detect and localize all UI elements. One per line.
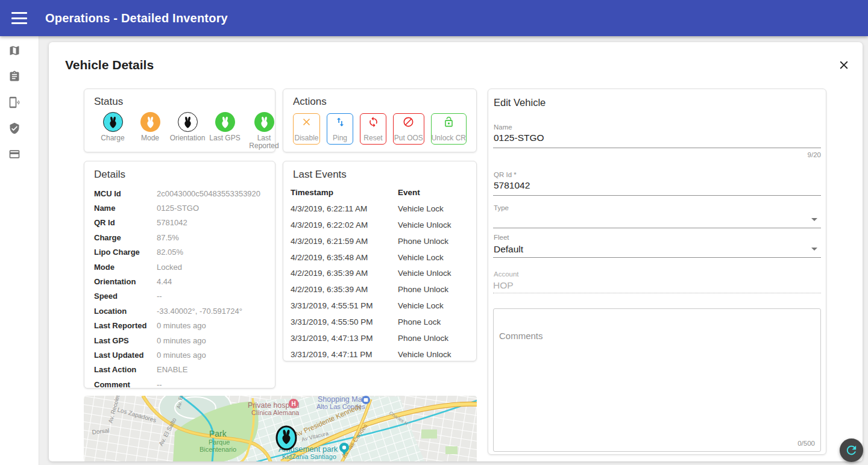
chevron-down-icon[interactable] (811, 218, 817, 221)
shopping-marker (362, 396, 370, 404)
import-export-icon (335, 116, 346, 128)
map-label: Bicentenario (200, 446, 236, 453)
hospital-marker: H (289, 399, 298, 408)
status-last-reported: Last Reported (244, 112, 285, 150)
status-last-gps: Last GPS (206, 112, 244, 150)
detail-row: Last GPS0 minutes ago (94, 333, 265, 348)
vehicle-marker[interactable] (277, 426, 296, 449)
comments-field[interactable] (494, 309, 820, 451)
events-title: Last Events (293, 169, 469, 181)
page-title: Vehicle Details (65, 58, 154, 72)
ping-button[interactable]: Ping (327, 113, 353, 145)
detail-row: Comment-- (94, 377, 265, 392)
event-row: 3/31/2019, 4:55:50 PMPhone Lock (291, 314, 469, 330)
comments-box: 0/500 (493, 308, 821, 452)
actions-card: Actions Disable Ping Reset Put OOS Unloc… (283, 89, 477, 152)
name-label: Name (494, 123, 821, 131)
event-row: 4/3/2019, 6:22:11 AMVehicle Lock (291, 201, 469, 217)
detail-row: Name0125-STGO (94, 201, 265, 215)
clipboard-icon[interactable] (8, 70, 20, 83)
rabbit-orientation-icon (178, 112, 198, 132)
menu-icon[interactable] (11, 12, 27, 24)
shield-check-icon[interactable] (8, 122, 20, 134)
detail-row: Last Reported0 minutes ago (94, 319, 265, 333)
event-row: 4/3/2019, 6:22:02 AMVehicle Unlock (291, 217, 469, 233)
event-row: 3/31/2019, 4:55:51 PMVehicle Lock (291, 298, 469, 314)
rabbit-gps-icon (215, 112, 235, 132)
detail-row: Lipo Charge82.05% (94, 245, 265, 260)
map-label: Park (209, 429, 227, 438)
app-header: Operations - Detailed Inventory (0, 0, 868, 36)
refresh-button[interactable] (840, 438, 863, 462)
location-map[interactable]: Dorsal Av. Recoleta Los Zapadores Av. El… (84, 396, 477, 461)
sync-icon (368, 116, 379, 128)
app-title: Operations - Detailed Inventory (45, 11, 228, 25)
detail-row: Orientation4.44 (94, 274, 265, 289)
rabbit-reported-icon (254, 112, 274, 132)
map-icon[interactable] (8, 45, 20, 57)
detail-row: MCU Id2c0043000c50483553353920 (94, 186, 265, 201)
map-label: Clínica Alemana (251, 409, 300, 416)
name-field[interactable] (493, 131, 821, 148)
status-mode: Mode (131, 112, 169, 150)
type-select[interactable] (493, 211, 821, 228)
phone-ring-icon[interactable] (8, 96, 20, 108)
details-card: Details MCU Id2c0043000c50483553353920 N… (84, 161, 275, 389)
chevron-down-icon[interactable] (811, 248, 817, 251)
edit-title: Edit Vehicle (494, 97, 821, 108)
disable-button[interactable]: Disable (293, 113, 320, 145)
event-row: 4/3/2019, 6:21:59 AMPhone Unlock (291, 233, 469, 249)
refresh-icon (844, 443, 858, 457)
fleet-select[interactable]: Default (493, 241, 821, 258)
name-counter: 9/20 (493, 151, 821, 158)
detail-row: QR Id5781042 (94, 216, 265, 230)
event-row: 3/31/2019, 4:47:13 PMPhone Unlock (291, 330, 469, 346)
detail-row: ModeLocked (94, 260, 265, 274)
put-oos-button[interactable]: Put OOS (393, 113, 424, 145)
block-icon (403, 116, 414, 128)
event-row: 4/2/2019, 6:35:48 AMVehicle Lock (291, 249, 469, 266)
status-title: Status (94, 96, 265, 108)
account-label: Account (494, 270, 821, 278)
event-row: 4/2/2019, 6:35:39 AMVehicle Unlock (291, 265, 469, 281)
map-label: KidZania Santiago (282, 453, 336, 460)
qr-id-field[interactable] (493, 178, 821, 196)
reset-button[interactable]: Reset (360, 113, 386, 145)
status-orientation: Orientation (169, 112, 206, 150)
status-charge: Charge (94, 112, 131, 150)
edit-vehicle-card: Edit Vehicle Name 9/20 QR Id * Type Flee… (488, 89, 826, 455)
type-label: Type (494, 204, 821, 211)
unlock-cr-button[interactable]: Unlock CR (431, 113, 467, 145)
event-row: 3/31/2019, 4:47:11 PMVehicle Unlock (291, 346, 469, 363)
events-header: TimestampEvent (291, 184, 469, 201)
fleet-label: Fleet (494, 234, 821, 241)
status-card: Status Charge (84, 89, 275, 152)
close-x-icon (301, 116, 312, 128)
detail-row: Speed-- (94, 289, 265, 304)
svg-text:H: H (291, 401, 295, 407)
actions-title: Actions (293, 96, 467, 108)
rabbit-charge-icon (103, 112, 123, 132)
event-row: 4/2/2019, 6:35:39 AMPhone Unlock (291, 281, 469, 298)
credit-card-icon[interactable] (8, 148, 20, 160)
qr-id-label: QR Id * (494, 171, 821, 178)
events-card: Last Events TimestampEvent 4/3/2019, 6:2… (283, 161, 477, 361)
rabbit-mode-icon (140, 112, 160, 132)
detail-row: Charge87.5% (94, 230, 265, 245)
vehicle-details-dialog: Vehicle Details Status Charge (49, 42, 863, 461)
sidebar (0, 36, 39, 465)
detail-row: Last ActionENABLE (94, 363, 265, 377)
map-label: Parque (209, 438, 230, 446)
detail-row: Last Updated0 minutes ago (94, 348, 265, 362)
comments-counter: 0/500 (797, 440, 815, 447)
detail-row: Location-33.40002°, -70.591724° (94, 304, 265, 318)
details-title: Details (94, 169, 265, 181)
account-field: HOP (493, 278, 821, 293)
lock-open-icon (443, 116, 454, 128)
close-icon[interactable] (836, 58, 852, 73)
